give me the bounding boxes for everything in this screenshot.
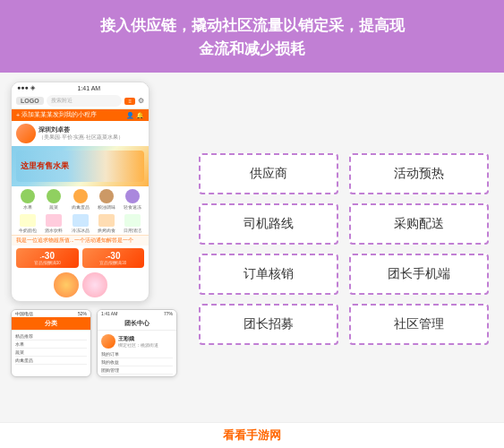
sp-right-usersub: 绑定社区：桃源街道 <box>118 343 158 348</box>
product-milk-icon <box>20 214 36 227</box>
phone-menu-btn[interactable]: ≡ <box>124 98 135 105</box>
small-phone-left-status: 中国电信 52% <box>12 310 90 317</box>
promo-card-2[interactable]: --30 宜品报酬满30 <box>82 248 145 268</box>
small-phones-row: 中国电信 52% 分类 精品推荐 水果 蔬菜 <box>11 309 185 377</box>
cat-meat-label: 肉禽蛋品 <box>72 204 90 210</box>
phone-category-row: 水果 蔬菜 肉禽蛋品 粮油调味 <box>12 186 149 212</box>
cat-frozen-label: 轻食速冻 <box>124 204 141 210</box>
grid-item-community[interactable]: 社区管理 <box>349 304 489 345</box>
cat-fruit-label: 水果 <box>23 204 32 210</box>
small-phone-leader: 1:41 AM 77% 团长中心 王彩娥 绑定社区：桃源街道 <box>97 309 177 377</box>
sp-row3-label: 蔬菜 <box>15 349 24 355</box>
phone-status-bar: ●●● ◈ 1:41 AM <box>12 82 149 93</box>
header-title-line2: 金流和减少损耗 <box>199 40 305 57</box>
sp-right-body: 王彩娥 绑定社区：桃源街道 我的订单 我的收益 团购管理 <box>98 331 176 376</box>
phone-area: ●●● ◈ 1:41 AM LOGO 搜索附近 ≡ ⚙ + 添加某某某发到我的 <box>11 82 185 417</box>
sp-right-row-1: 我的订单 <box>101 350 173 358</box>
fruit-grapefruit <box>54 272 79 297</box>
cat-fruit-icon <box>21 189 35 203</box>
grid-item-leader-mobile[interactable]: 团长手机端 <box>349 254 489 295</box>
sp-right-user-info: 王彩娥 绑定社区：桃源街道 <box>118 335 158 348</box>
cat-veg[interactable]: 蔬菜 <box>42 189 65 210</box>
cat-frozen[interactable]: 轻食速冻 <box>121 189 144 210</box>
grid-item-prewarm[interactable]: 活动预热 <box>349 153 489 194</box>
sp-right-row2: 我的收益 <box>101 359 119 365</box>
phone-community-bar: + 添加某某某发到我的小程序 👤 🔔 <box>12 109 149 121</box>
promo2-desc: 宜品报酬满30 <box>99 261 126 265</box>
sp-right-row-3: 团购管理 <box>101 366 173 375</box>
header-title-line1: 接入供应链，撬动社区流量以销定采，提高现 <box>100 17 405 34</box>
sp-row-4: 肉禽蛋品 <box>15 357 87 365</box>
sp-right-avatar <box>101 334 115 349</box>
promo2-discount: --30 <box>106 251 120 261</box>
header-title: 接入供应链，撬动社区流量以销定采，提高现 金流和减少损耗 <box>21 14 483 60</box>
sp-right-row3: 团购管理 <box>101 367 119 373</box>
cat-grain[interactable]: 粮油调味 <box>95 189 118 210</box>
product-wine[interactable]: 酒水饮料 <box>42 214 65 233</box>
sp-row-3: 蔬菜 <box>15 349 87 357</box>
product-daily-icon <box>124 214 141 227</box>
grid-item-recruit[interactable]: 团长招募 <box>199 304 338 345</box>
product-milk[interactable]: 牛奶面包 <box>16 214 39 233</box>
sp-right-time: 1:41 AM <box>101 311 117 316</box>
shop-avatar <box>16 124 36 143</box>
sp-right-header: 团长中心 <box>98 317 176 331</box>
promo1-desc: 官品报酬满30 <box>34 261 61 265</box>
small-phone-right-status: 1:41 AM 77% <box>98 310 176 317</box>
sp-right-username: 王彩娥 <box>118 335 158 343</box>
product-baked-label: 烘烤肉食 <box>98 228 115 233</box>
grid-area: 供应商 活动预热 司机路线 采购配送 订单核销 团长手机端 团长招募 社区管理 <box>194 82 493 417</box>
search-placeholder: 搜索附近 <box>51 98 73 103</box>
shop-sub: （美果园·平价·实惠·社区蔬菜水果） <box>38 134 124 141</box>
phone-settings-icon[interactable]: ⚙ <box>138 97 144 105</box>
grid-row-4: 团长招募 社区管理 <box>199 304 489 345</box>
product-daily-label: 日用清洁 <box>124 228 141 233</box>
phone-promo-strip: 我是一位追求物超所值...一个活动通知解答是一个 <box>12 235 149 246</box>
footer: 看看手游网 <box>0 422 504 448</box>
phone-product-row: 牛奶面包 酒水饮料 冷冻冰品 烘烤肉食 <box>12 212 149 235</box>
sp-right-row-2: 我的收益 <box>101 358 173 366</box>
cat-grain-icon <box>99 189 114 203</box>
sp-right-battery: 77% <box>164 311 173 316</box>
grid-row-1: 供应商 活动预热 <box>199 153 489 194</box>
phone-bottom-promos: --30 官品报酬满30 --30 宜品报酬满30 <box>12 246 149 271</box>
shop-name: 深圳刘卓荟 <box>38 126 124 134</box>
grid-item-supplier[interactable]: 供应商 <box>199 153 338 194</box>
grid-row-2: 司机路线 采购配送 <box>199 203 489 245</box>
product-daily[interactable]: 日用清洁 <box>121 214 144 233</box>
promo-card-1[interactable]: --30 官品报酬满30 <box>16 248 79 268</box>
community-bar-text: 添加某某某发到我的小程序 <box>21 111 97 119</box>
phone-shop-info: 深圳刘卓荟 （美果园·平价·实惠·社区蔬菜水果） <box>12 121 149 146</box>
status-signal: ●●● ◈ <box>17 84 35 91</box>
cat-fruit[interactable]: 水果 <box>16 189 39 210</box>
product-baked[interactable]: 烘烤肉食 <box>95 214 118 233</box>
banner-text: 这里有售水果 <box>21 161 69 172</box>
sp-right-row1: 我的订单 <box>101 351 119 357</box>
cat-meat[interactable]: 肉禽蛋品 <box>68 189 91 210</box>
product-frozen[interactable]: 冷冻冰品 <box>68 214 91 233</box>
status-time: 1:41 AM <box>77 85 100 91</box>
grid-item-procurement[interactable]: 采购配送 <box>349 203 489 245</box>
product-baked-icon <box>98 214 115 227</box>
sp-row4-label: 肉禽蛋品 <box>15 358 33 363</box>
fruit-lychee <box>82 272 107 297</box>
sp-left-carrier: 中国电信 <box>15 311 33 316</box>
sp-left-header: 分类 <box>12 317 90 331</box>
product-frozen-icon <box>73 214 89 227</box>
promo1-discount: --30 <box>40 251 55 261</box>
product-wine-icon <box>46 214 62 227</box>
main-phone-mockup: ●●● ◈ 1:41 AM LOGO 搜索附近 ≡ ⚙ + 添加某某某发到我的 <box>11 82 149 302</box>
product-milk-label: 牛奶面包 <box>19 228 37 233</box>
product-frozen-label: 冷冻冰品 <box>72 228 90 233</box>
banner-bg: 这里有售水果 <box>16 151 144 182</box>
sp-row2-label: 水果 <box>15 341 24 347</box>
grid-item-driver[interactable]: 司机路线 <box>199 203 338 245</box>
shop-details: 深圳刘卓荟 （美果园·平价·实惠·社区蔬菜水果） <box>38 126 124 141</box>
page-wrapper: 接入供应链，撬动社区流量以销定采，提高现 金流和减少损耗 ●●● ◈ 1:41 … <box>0 0 504 448</box>
grid-row-3: 订单核销 团长手机端 <box>199 254 489 295</box>
sp-left-battery: 52% <box>78 311 87 316</box>
grid-item-order-verify[interactable]: 订单核销 <box>199 254 338 295</box>
small-phone-category: 中国电信 52% 分类 精品推荐 水果 蔬菜 <box>11 309 91 377</box>
phone-search[interactable]: 搜索附近 <box>47 95 123 107</box>
promo-strip-text: 我是一位追求物超所值...一个活动通知解答是一个 <box>16 237 133 243</box>
